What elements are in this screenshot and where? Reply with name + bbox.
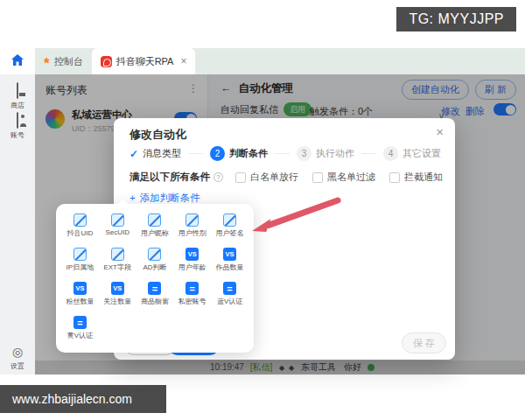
tab-console[interactable]: * 控制台 — [35, 48, 92, 74]
condition-title: 满足以下所有条件 ? — [130, 171, 223, 184]
condition-item-follow-count[interactable]: VS 关注数量 — [100, 280, 136, 312]
condition-item-nickname[interactable]: 用户昵称 — [137, 212, 173, 243]
account-icon — [17, 112, 18, 129]
condition-item-signature[interactable]: 用户签名 — [212, 212, 248, 243]
equals-icon: = — [223, 282, 236, 295]
annotation-arrow — [243, 194, 344, 238]
tab-rpa-label: 抖音聊天RPA — [116, 55, 174, 68]
sidebar: 商店 账号 ◎ 设置 — [0, 74, 35, 374]
tab-douyin-rpa[interactable]: 抖音聊天RPA × — [92, 48, 196, 74]
step-action[interactable]: 3 执行动作 — [297, 146, 354, 161]
match-icon — [111, 214, 124, 227]
step-number: 4 — [383, 146, 398, 161]
sidebar-item-shop[interactable]: 商店 — [0, 83, 35, 110]
save-button[interactable]: 保 存 — [402, 332, 446, 354]
condition-item-private-account[interactable]: = 私密账号 — [174, 280, 210, 312]
condition-grid: 抖音UID SecUID 用户昵称 用户性别 用户签名 IP归属地 — [62, 212, 248, 346]
step-message-type[interactable]: ✓ 消息类型 — [130, 147, 181, 160]
match-icon — [74, 214, 87, 227]
shop-icon — [17, 82, 18, 99]
tg-contact-badge: TG: MYYJJPP — [396, 7, 516, 32]
condition-item-douyin-uid[interactable]: 抖音UID — [62, 212, 98, 243]
sidebar-item-settings[interactable]: ◎ 设置 — [0, 344, 35, 371]
sidebar-account-label: 账号 — [0, 130, 35, 140]
step-connector — [361, 153, 376, 154]
match-icon — [148, 248, 161, 261]
close-icon[interactable]: × — [436, 124, 444, 139]
match-icon — [111, 248, 124, 261]
match-icon — [148, 214, 161, 227]
compare-icon: VS — [186, 248, 199, 261]
condition-item-works-count[interactable]: VS 作品数量 — [212, 246, 248, 277]
equals-icon: = — [186, 282, 199, 295]
tab-bar: * 控制台 抖音聊天RPA × — [35, 48, 525, 74]
equals-icon: = — [148, 282, 161, 295]
checkbox-group: 白名单放行 黑名单过滤 拦截通知 — [235, 171, 443, 184]
condition-type-popup: 抖音UID SecUID 用户昵称 用户性别 用户签名 IP归属地 — [56, 204, 254, 353]
condition-item-ext-field[interactable]: EXT字段 — [100, 246, 136, 277]
match-icon — [223, 214, 236, 227]
checkbox-whitelist[interactable]: 白名单放行 — [235, 171, 298, 184]
step-condition[interactable]: 2 判断条件 — [210, 146, 268, 161]
add-condition-button[interactable]: +添加判断条件 — [130, 192, 200, 205]
compare-icon: VS — [223, 248, 236, 261]
condition-header-row: 满足以下所有条件 ? 白名单放行 黑名单过滤 拦截通知 — [130, 171, 443, 184]
modal-title: 修改自动化 — [130, 127, 186, 143]
match-icon — [74, 248, 87, 261]
plus-icon: + — [130, 192, 136, 203]
equals-icon: = — [74, 316, 87, 329]
tab-console-label: 控制台 — [54, 55, 83, 68]
close-tab-icon[interactable]: × — [180, 55, 186, 67]
condition-item-blue-v[interactable]: = 蓝V认证 — [212, 280, 248, 312]
step-other-settings[interactable]: 4 其它设置 — [383, 146, 441, 161]
home-icon[interactable] — [10, 53, 24, 71]
rpa-app-icon — [101, 56, 112, 67]
checkbox-blacklist[interactable]: 黑名单过滤 — [312, 171, 375, 184]
step-connector — [275, 153, 290, 154]
watermark: www.zhbaijialecn.com — [0, 385, 166, 413]
condition-item-ip-location[interactable]: IP归属地 — [62, 246, 98, 277]
sidebar-shop-label: 商店 — [0, 101, 35, 110]
gear-icon: ◎ — [12, 345, 23, 359]
step-done-check-icon: ✓ — [130, 148, 138, 160]
compare-icon: VS — [111, 282, 124, 295]
step-indicator: ✓ 消息类型 2 判断条件 3 执行动作 4 其它设置 — [130, 146, 441, 161]
step-number-active: 2 — [210, 146, 225, 161]
condition-item-gender[interactable]: 用户性别 — [174, 212, 210, 243]
help-icon[interactable]: ? — [214, 172, 223, 182]
condition-item-ad-judge[interactable]: AD判断 — [137, 246, 173, 277]
step-connector — [188, 153, 203, 154]
console-icon: * — [44, 60, 50, 68]
step-number: 3 — [297, 146, 312, 161]
compare-icon: VS — [74, 282, 87, 295]
condition-item-yellow-v[interactable]: = 黄V认证 — [62, 314, 98, 346]
condition-item-secuid[interactable]: SecUID — [100, 212, 136, 243]
sidebar-settings-label: 设置 — [0, 361, 35, 371]
checkbox-icon — [389, 172, 400, 183]
condition-item-user-age[interactable]: VS 用户年龄 — [174, 246, 210, 277]
checkbox-icon — [312, 172, 323, 183]
condition-item-shop-window[interactable]: = 商品橱窗 — [137, 280, 173, 312]
sidebar-item-account[interactable]: 账号 — [0, 113, 35, 140]
match-icon — [186, 214, 199, 227]
screen: TG: MYYJJPP * 控制台 抖音聊天RPA × 商店 账号 ◎ 设置 — [0, 0, 525, 420]
checkbox-intercept-notice[interactable]: 拦截通知 — [389, 171, 443, 184]
condition-item-fans-count[interactable]: VS 粉丝数量 — [62, 280, 98, 312]
checkbox-icon — [235, 172, 246, 183]
